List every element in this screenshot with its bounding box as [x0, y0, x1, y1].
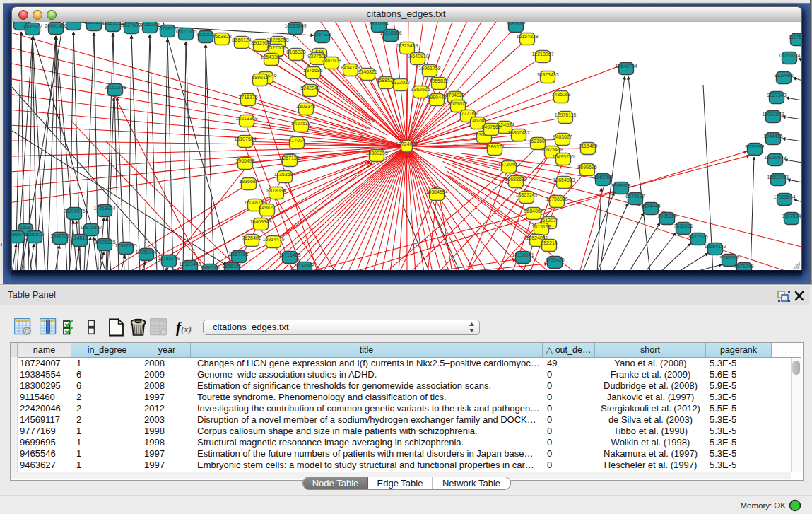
svg-text:7357224: 7357224 [312, 32, 331, 37]
svg-text:2935114: 2935114 [658, 214, 677, 218]
svg-text:16495756: 16495756 [552, 154, 574, 159]
svg-text:8322037: 8322037 [391, 80, 410, 85]
svg-text:989615: 989615 [252, 75, 268, 80]
svg-text:1615132: 1615132 [531, 224, 551, 229]
svg-text:6679197: 6679197 [625, 194, 645, 199]
svg-text:62160: 62160 [531, 139, 545, 144]
svg-text:1527602: 1527602 [122, 23, 141, 28]
svg-text:9571749: 9571749 [734, 264, 753, 269]
svg-text:8267130: 8267130 [280, 156, 299, 160]
svg-text:10807487: 10807487 [507, 130, 529, 135]
svg-text:2867608: 2867608 [322, 58, 341, 63]
svg-text:19756928: 19756928 [546, 197, 567, 201]
svg-text:19384554: 19384554 [425, 189, 447, 194]
svg-text:1965498: 1965498 [235, 158, 254, 163]
svg-text:9684067: 9684067 [524, 209, 543, 214]
svg-text:10654112: 10654112 [705, 244, 726, 249]
svg-text:1117524: 1117524 [789, 35, 801, 40]
svg-text:18300295: 18300295 [365, 151, 387, 156]
svg-text:10653267: 10653267 [102, 22, 124, 25]
svg-text:8471626: 8471626 [688, 234, 707, 239]
svg-text:20691406: 20691406 [45, 23, 66, 28]
svg-text:1640954: 1640954 [593, 175, 612, 180]
svg-text:8878334: 8878334 [266, 188, 286, 193]
svg-text:746246: 746246 [469, 118, 486, 123]
svg-text:9474444: 9474444 [641, 204, 660, 209]
svg-text:17353924: 17353924 [93, 206, 115, 211]
svg-text:114519: 114519 [72, 235, 88, 240]
svg-text:23226058: 23226058 [266, 37, 288, 42]
svg-text:315081: 315081 [17, 225, 33, 230]
svg-text:6497568: 6497568 [481, 124, 500, 129]
svg-text:2687682: 2687682 [506, 22, 525, 26]
svg-text:1405572: 1405572 [23, 24, 42, 29]
svg-text:9227343: 9227343 [767, 93, 786, 98]
svg-text:9699695: 9699695 [577, 165, 596, 170]
svg-text:17957275: 17957275 [114, 243, 136, 248]
svg-text:7485063: 7485063 [551, 92, 570, 97]
svg-text:15751074: 15751074 [778, 53, 800, 58]
svg-text:8215958: 8215958 [745, 144, 764, 149]
svg-text:10025438: 10025438 [541, 147, 563, 152]
svg-text:15692971: 15692971 [767, 175, 789, 180]
svg-text:16782759: 16782759 [158, 256, 180, 261]
svg-text:8128960: 8128960 [64, 22, 83, 24]
svg-text:15720407: 15720407 [498, 162, 519, 167]
svg-text:19975857: 19975857 [80, 225, 102, 230]
svg-text:16154838: 16154838 [516, 34, 538, 39]
svg-text:7625402: 7625402 [242, 235, 261, 240]
svg-text:15716485: 15716485 [278, 252, 300, 257]
svg-text:8186323: 8186323 [286, 49, 305, 54]
svg-text:9862320: 9862320 [84, 22, 103, 25]
svg-text:16671355: 16671355 [175, 29, 196, 34]
svg-text:12213967: 12213967 [531, 52, 553, 57]
svg-text:1990448: 1990448 [427, 95, 446, 100]
svg-text:15409349: 15409349 [249, 219, 271, 224]
svg-text:10973493: 10973493 [536, 72, 558, 77]
svg-text:5242848: 5242848 [300, 86, 319, 90]
svg-text:1612074: 1612074 [539, 218, 558, 223]
svg-text:18724007: 18724007 [396, 141, 418, 146]
svg-text:11325419: 11325419 [396, 43, 418, 48]
svg-text:19654923: 19654923 [553, 177, 575, 182]
svg-text:10688639: 10688639 [505, 177, 526, 182]
svg-text:39154: 39154 [12, 232, 24, 237]
svg-text:16648784: 16648784 [615, 64, 637, 69]
svg-text:7386372: 7386372 [485, 144, 504, 149]
svg-text:16914479: 16914479 [262, 237, 284, 242]
svg-text:16543362: 16543362 [260, 54, 282, 59]
svg-text:7520376: 7520376 [200, 265, 219, 270]
svg-text:9327505: 9327505 [266, 45, 286, 50]
svg-text:1156819: 1156819 [25, 232, 45, 237]
svg-text:9634508: 9634508 [295, 263, 314, 268]
svg-text:9115460: 9115460 [579, 144, 598, 148]
svg-text:16107554: 16107554 [234, 136, 256, 141]
svg-text:12093873: 12093873 [762, 112, 784, 117]
svg-text:18807249: 18807249 [515, 192, 537, 197]
svg-text:1621072: 1621072 [448, 101, 467, 106]
svg-text:12213369: 12213369 [235, 116, 257, 121]
svg-text:1942757: 1942757 [50, 233, 69, 238]
svg-text:11353594: 11353594 [274, 172, 296, 177]
svg-text:9857791: 9857791 [229, 252, 248, 257]
svg-text:9146821: 9146821 [358, 69, 377, 74]
svg-text:1167534: 1167534 [782, 214, 801, 218]
svg-text:21053346: 21053346 [104, 85, 126, 90]
svg-text:8938923: 8938923 [611, 183, 630, 188]
svg-text:449822: 449822 [259, 205, 275, 210]
svg-text:12505135: 12505135 [93, 240, 115, 245]
svg-text:1244415: 1244415 [763, 134, 782, 139]
svg-text:19958107: 19958107 [135, 250, 157, 255]
svg-text:252214: 252214 [541, 240, 557, 245]
svg-text:8660124: 8660124 [232, 37, 251, 42]
svg-text:1362615: 1362615 [411, 87, 430, 92]
svg-text:2718176: 2718176 [238, 95, 257, 100]
svg-text:2803144: 2803144 [296, 104, 315, 109]
svg-text:14136141: 14136141 [512, 252, 534, 257]
svg-text:17016504: 17016504 [773, 194, 795, 199]
svg-text:7663822: 7663822 [212, 34, 231, 39]
svg-text:7632621: 7632621 [673, 223, 693, 228]
svg-text:9245052: 9245052 [719, 255, 739, 260]
svg-text:12923448: 12923448 [179, 262, 201, 267]
svg-text:9329966: 9329966 [774, 73, 793, 78]
